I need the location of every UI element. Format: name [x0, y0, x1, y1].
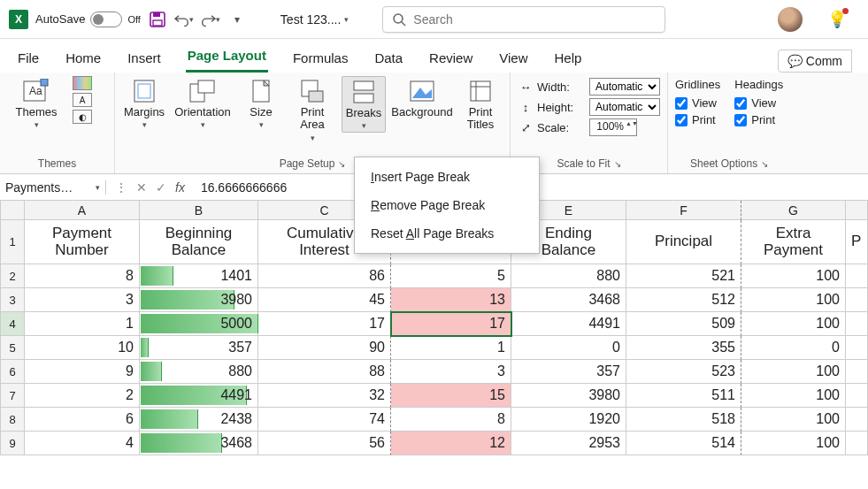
- formula-more-icon[interactable]: ⋮: [115, 180, 127, 195]
- save-icon[interactable]: [148, 10, 167, 29]
- cell-E2[interactable]: 880: [511, 264, 626, 288]
- cell-B7[interactable]: 4491: [140, 384, 258, 408]
- row-head-4[interactable]: 4: [0, 312, 25, 336]
- cell-H2[interactable]: [846, 264, 868, 288]
- cell-E5[interactable]: 0: [511, 336, 626, 360]
- breaks-button[interactable]: Breaks▾: [342, 76, 386, 133]
- col-head-H[interactable]: [846, 201, 868, 220]
- cell-H7[interactable]: [846, 384, 868, 408]
- undo-icon[interactable]: ▾: [174, 10, 194, 29]
- cell-A6[interactable]: 9: [25, 360, 140, 384]
- cell-B9[interactable]: 3468: [140, 432, 258, 455]
- sheet-options-launcher[interactable]: ↘: [761, 159, 768, 169]
- menu-remove-page-break[interactable]: Remove Page Break: [355, 191, 539, 219]
- menu-reset-page-breaks[interactable]: Reset All Page Breaks: [355, 219, 539, 248]
- cell-F3[interactable]: 512: [626, 288, 741, 312]
- row-head-3[interactable]: 3: [0, 288, 25, 312]
- cell-G4[interactable]: 100: [741, 312, 846, 336]
- cell-G9[interactable]: 100: [741, 432, 846, 455]
- tab-home[interactable]: Home: [64, 45, 103, 73]
- cell-D5[interactable]: 1: [391, 336, 511, 360]
- cell-C7[interactable]: 32: [258, 384, 391, 408]
- cell-C9[interactable]: 56: [258, 432, 391, 455]
- cell-C8[interactable]: 74: [258, 408, 391, 432]
- cell-D6[interactable]: 3: [391, 360, 511, 384]
- cell-D8[interactable]: 8: [391, 408, 511, 432]
- cell-G2[interactable]: 100: [741, 264, 846, 288]
- tab-view[interactable]: View: [497, 45, 529, 73]
- user-avatar[interactable]: [778, 7, 803, 32]
- cell-E9[interactable]: 2953: [511, 432, 626, 455]
- workbook-filename[interactable]: Test 123.... ▾: [280, 12, 349, 27]
- scale-spinner[interactable]: 100%▲▼: [589, 118, 637, 136]
- cell-B6[interactable]: 880: [140, 360, 258, 384]
- col-head-F[interactable]: F: [626, 201, 741, 220]
- cell-A3[interactable]: 3: [25, 288, 140, 312]
- headings-print-checkbox[interactable]: Print: [734, 113, 783, 126]
- cancel-icon[interactable]: ✕: [136, 180, 147, 195]
- cell-C4[interactable]: 17: [258, 312, 391, 336]
- cell-E4[interactable]: 4491: [511, 312, 626, 336]
- cell-G3[interactable]: 100: [741, 288, 846, 312]
- print-area-button[interactable]: Print Area▾: [290, 76, 334, 144]
- cell-C2[interactable]: 86: [258, 264, 391, 288]
- cell-H4[interactable]: [846, 312, 868, 336]
- cell-A9[interactable]: 4: [25, 432, 140, 455]
- size-button[interactable]: Size▾: [239, 76, 283, 131]
- cell-A4[interactable]: 1: [25, 312, 140, 336]
- cell-E8[interactable]: 1920: [511, 408, 626, 432]
- cell-G6[interactable]: 100: [741, 360, 846, 384]
- tab-formulas[interactable]: Formulas: [291, 45, 350, 73]
- height-select[interactable]: Automatic: [589, 98, 660, 116]
- cell-A7[interactable]: 2: [25, 384, 140, 408]
- redo-icon[interactable]: ▾: [201, 10, 220, 29]
- select-all-corner[interactable]: [0, 201, 25, 220]
- cell-C5[interactable]: 90: [258, 336, 391, 360]
- themes-button[interactable]: Aa Themes ▾: [7, 76, 65, 131]
- cell-G1[interactable]: Extra Payment: [741, 220, 846, 264]
- cell-B4[interactable]: 5000: [140, 312, 258, 336]
- cell-B2[interactable]: 1401: [140, 264, 258, 288]
- width-select[interactable]: Automatic: [589, 78, 660, 96]
- autosave-control[interactable]: AutoSave Off: [35, 11, 141, 27]
- gridlines-print-checkbox[interactable]: Print: [675, 113, 720, 126]
- cell-D2[interactable]: 5: [391, 264, 511, 288]
- cell-G8[interactable]: 100: [741, 408, 846, 432]
- cell-D7[interactable]: 15: [391, 384, 511, 408]
- theme-effects-icon[interactable]: ◐: [73, 110, 92, 124]
- cell-H3[interactable]: [846, 288, 868, 312]
- scale-launcher[interactable]: ↘: [614, 159, 621, 169]
- row-head-6[interactable]: 6: [0, 360, 25, 384]
- cell-F6[interactable]: 523: [626, 360, 741, 384]
- menu-insert-page-break[interactable]: Insert Page Break: [355, 163, 539, 191]
- col-head-G[interactable]: G: [741, 201, 846, 220]
- cell-F1[interactable]: Principal: [626, 220, 741, 264]
- row-head-1[interactable]: 1: [0, 220, 25, 264]
- tab-review[interactable]: Review: [427, 45, 474, 73]
- cell-B8[interactable]: 2438: [140, 408, 258, 432]
- row-head-9[interactable]: 9: [0, 432, 25, 455]
- name-box[interactable]: Payments… ▾: [0, 180, 106, 195]
- cell-A2[interactable]: 8: [25, 264, 140, 288]
- cell-A1[interactable]: Payment Number: [25, 220, 140, 264]
- tab-file[interactable]: File: [16, 45, 41, 73]
- autosave-toggle[interactable]: [90, 11, 122, 27]
- ideas-bulb-icon[interactable]: 💡: [827, 10, 847, 29]
- cell-B5[interactable]: 357: [140, 336, 258, 360]
- tab-page-layout[interactable]: Page Layout: [186, 42, 268, 73]
- cell-D4[interactable]: 17: [391, 312, 511, 336]
- row-head-5[interactable]: 5: [0, 336, 25, 360]
- cell-C6[interactable]: 88: [258, 360, 391, 384]
- cell-D3[interactable]: 13: [391, 288, 511, 312]
- cell-A8[interactable]: 6: [25, 408, 140, 432]
- gridlines-view-checkbox[interactable]: View: [675, 96, 720, 110]
- col-head-B[interactable]: B: [140, 201, 258, 220]
- theme-colors-icon[interactable]: [73, 76, 92, 90]
- cell-H8[interactable]: [846, 408, 868, 432]
- cell-F9[interactable]: 514: [626, 432, 741, 455]
- cell-H1[interactable]: P: [846, 220, 868, 264]
- headings-view-checkbox[interactable]: View: [734, 96, 783, 110]
- theme-fonts-icon[interactable]: A: [73, 93, 92, 107]
- cell-F5[interactable]: 355: [626, 336, 741, 360]
- qat-overflow-icon[interactable]: ▾: [227, 10, 247, 29]
